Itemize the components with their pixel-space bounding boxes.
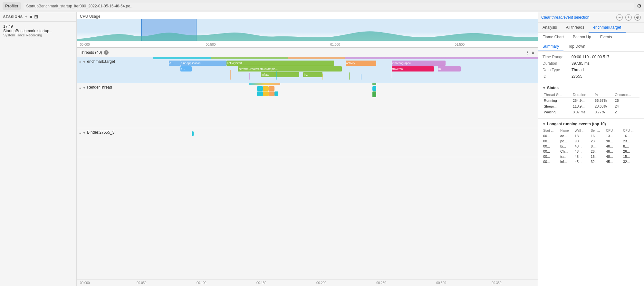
flame-traversal[interactable]: traversal [392,66,434,72]
bottom-ruler: 00.000 00.050 00.100 00.150 00.200 00.25… [77,280,538,286]
binder-menu-icon[interactable]: ≡ [79,131,81,135]
thread-expand-icon[interactable]: ▼ [82,60,86,64]
add-session-button[interactable]: + [25,14,28,19]
longest-events-cell-cpu2: 8.... [622,144,639,149]
thread-row-enchmark[interactable]: ≡ ▼ enchmark.target A... bindApplication… [77,57,538,83]
longest-events-cell-self: 15... [590,154,605,159]
summarytab-topdown[interactable]: Top Down [563,42,590,51]
tab-enchmark-target[interactable]: enchmark.target [589,23,626,33]
subtab-events[interactable]: Events [596,33,617,42]
renderthread-menu-icon[interactable]: ≡ [79,86,81,90]
longest-events-row: 00...inf...45...32...45...32... [543,159,639,164]
thread-label-binder[interactable]: ≡ ▼ Binder:27555_3 [77,128,153,157]
info-value-datatype: Thread [572,68,584,72]
longest-events-header[interactable]: ▼ Longest running events (top 10) [543,122,639,126]
render-flame-6[interactable] [263,91,269,96]
thread-canvas-renderthread[interactable] [153,83,538,128]
longest-events-row: 00...tra...48...15...48...15... [543,154,639,159]
longest-events-section: ▼ Longest running events (top 10) Start … [538,120,644,166]
states-cell-duration: 113.9... [572,103,593,109]
states-cell-percent: 66.57% [593,98,613,104]
thread-row-renderthread[interactable]: ≡ ▼ RenderThread [77,83,538,128]
threads-area[interactable]: ≡ ▼ enchmark.target A... bindApplication… [77,57,538,280]
summarytab-summary[interactable]: Summary [538,42,563,51]
stop-session-button[interactable]: ■ [29,14,32,19]
thread-canvas-enchmark[interactable]: A... bindApplication activityStart activ… [153,57,538,83]
flame-activity[interactable]: activity... [346,61,376,66]
renderthread-expand-icon[interactable]: ▼ [82,86,86,90]
longest-events-th: Self ... [590,128,605,133]
subtab-bottom-up[interactable]: Bottom Up [568,33,596,42]
flame-bindapplication[interactable]: bindApplication [180,61,226,66]
bottom-mark-5: 00.250 [376,281,386,285]
session-item[interactable]: 17:49 StartupBenchmark_startup... System… [0,22,76,40]
render-flame-9[interactable] [372,91,376,97]
tab-analysis[interactable]: Analysis [538,23,562,33]
flame-activitystart[interactable]: activityStart [226,61,334,66]
longest-events-row: 00...pe...90...23...90...23... [543,138,639,144]
flame-m[interactable]: m... [438,66,461,72]
tab-all-threads[interactable]: All threads [562,23,589,33]
session-time: 17:49 [3,24,73,29]
binder-expand-icon[interactable]: ▼ [82,131,86,135]
settings-icon[interactable]: ⚙ [637,3,641,9]
info-value-timerange: 00:00.119 - 00:00.517 [572,55,609,59]
longest-events-row: 00...bi...48...8....48...8.... [543,144,639,149]
settings-circle-button[interactable]: ⊙ [634,14,641,21]
zoom-out-button[interactable]: − [616,14,623,21]
render-flame-7[interactable] [269,91,274,96]
longest-events-th: CPU ... [605,128,622,133]
zoom-in-button[interactable]: + [625,14,632,21]
states-cell-state: Running [543,98,572,104]
thread-menu-icon[interactable]: ≡ [79,60,81,64]
clear-selection-button[interactable]: Clear thread/event selection [541,15,614,20]
threads-collapse-icon[interactable]: ∧ [532,50,534,55]
longest-events-cell-cpu1: 90... [605,138,622,144]
flame-choreographer[interactable]: Choreographe... [392,61,446,66]
flame-inflate[interactable]: inflate [261,72,299,77]
longest-events-cell-wall: 45... [574,159,590,164]
binder-flame-1[interactable] [192,131,194,136]
longest-events-collapse-icon[interactable]: ▼ [543,122,546,126]
title-bar: Profiler StartupBenchmark_startup_iter00… [0,0,644,12]
threads-more-icon[interactable]: ⋮ [526,50,530,55]
flame-bar-6 [361,74,361,80]
cpu-usage-area: CPU Usage 00.000 00.500 01.000 01.500 [77,12,538,48]
longest-events-row: 00...ac...13...16...13...16... [543,133,639,139]
time-mark-1: 00.500 [206,43,216,46]
states-th-state: Thread St... [543,92,572,98]
flame-b[interactable]: b... [180,66,192,72]
cpu-timeline[interactable] [77,19,538,41]
summary-tabs: Summary Top Down [538,42,644,52]
longest-events-cell-wall: 13... [574,133,590,139]
file-tab[interactable]: StartupBenchmark_startup_iter000_2022-01… [24,3,634,10]
bottom-mark-0: 00.000 [80,281,90,285]
longest-events-cell-self: 32... [590,159,605,164]
flame-performcreate[interactable]: performCreate:com.example.... [238,66,341,72]
thread-name-binder: Binder:27555_3 [87,130,114,135]
render-flame-1[interactable] [257,86,263,91]
longest-events-cell-cpu2: 32... [622,159,639,164]
states-collapse-icon[interactable]: ▼ [543,86,546,90]
bottom-mark-4: 00.200 [316,281,326,285]
thread-canvas-binder[interactable] [153,128,538,157]
thread-row-binder[interactable]: ≡ ▼ Binder:27555_3 [77,128,538,157]
flame-in[interactable]: in... [303,72,322,77]
thread-label-enchmark[interactable]: ≡ ▼ enchmark.target [77,57,153,83]
thread-label-renderthread[interactable]: ≡ ▼ RenderThread [77,83,153,128]
states-row: Sleepi...113.9...28.63%24 [543,103,639,109]
render-flame-5[interactable] [257,91,263,96]
states-section-header[interactable]: ▼ States [543,86,639,90]
render-flame-3[interactable] [269,86,274,91]
longest-events-th: Wall ... [574,128,590,133]
render-flame-2[interactable] [263,86,269,91]
help-icon[interactable]: ? [104,50,109,55]
split-button[interactable]: ⊞ [34,14,38,19]
states-cell-percent: 28.63% [593,103,613,109]
thread-color-bar [153,57,538,59]
render-flame-4[interactable] [372,86,376,91]
threads-menu-icons[interactable]: ⋮ ∧ [526,50,534,55]
flame-a[interactable]: A... [169,61,180,66]
subtab-flame-chart[interactable]: Flame Chart [538,33,568,42]
render-flame-8[interactable] [274,91,278,96]
